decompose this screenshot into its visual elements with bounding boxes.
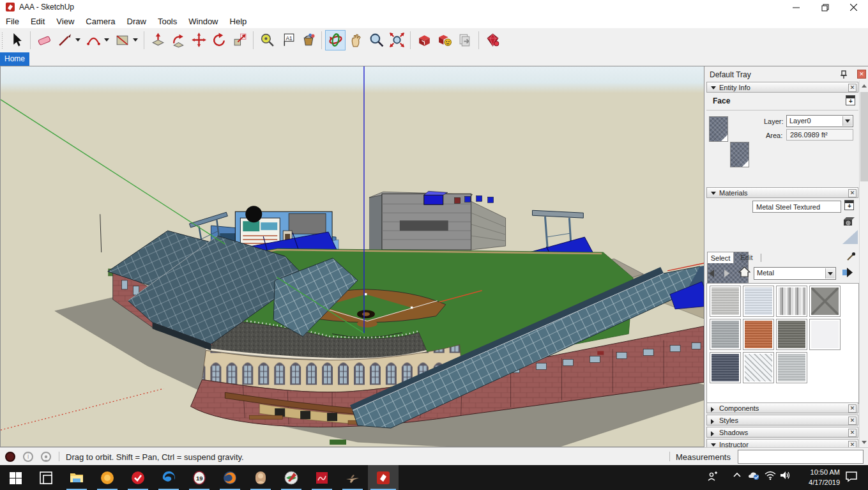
send-to-layout-button[interactable] bbox=[455, 30, 475, 50]
menu-help[interactable]: Help bbox=[224, 15, 253, 27]
tab-home[interactable]: Home bbox=[0, 52, 29, 66]
materials-header[interactable]: Materials ✕ bbox=[706, 187, 858, 198]
taskbar-app-orange[interactable] bbox=[92, 465, 123, 490]
tab-edit[interactable]: Edit bbox=[735, 252, 758, 263]
material-swatch[interactable] bbox=[743, 319, 774, 350]
extension-warehouse-button[interactable] bbox=[482, 30, 503, 50]
back-face-material-swatch[interactable] bbox=[730, 142, 749, 167]
material-swatch[interactable] bbox=[809, 319, 841, 350]
collection-dropdown[interactable]: Metal bbox=[754, 267, 836, 280]
entity-info-close-button[interactable]: ✕ bbox=[848, 84, 857, 92]
create-material-icon[interactable] bbox=[844, 200, 854, 210]
push-pull-tool-button[interactable] bbox=[148, 30, 168, 50]
scrollbar-thumb[interactable] bbox=[860, 92, 868, 181]
taskbar-sketchup[interactable] bbox=[368, 465, 399, 490]
menu-tools[interactable]: Tools bbox=[152, 15, 183, 27]
sample-paint-eyedropper-icon[interactable] bbox=[846, 251, 856, 262]
start-button[interactable] bbox=[0, 465, 31, 490]
onedrive-icon[interactable] bbox=[747, 470, 761, 480]
arc-tool-button[interactable] bbox=[83, 30, 103, 50]
menu-draw[interactable]: Draw bbox=[121, 15, 152, 27]
select-tool-button[interactable] bbox=[6, 30, 27, 50]
scroll-down-button[interactable] bbox=[860, 437, 868, 447]
collection-dropdown-arrow[interactable] bbox=[825, 268, 835, 279]
shadows-close-button[interactable]: ✕ bbox=[848, 429, 857, 437]
close-button[interactable] bbox=[839, 0, 868, 15]
toolbar-grip[interactable] bbox=[1, 32, 4, 49]
menu-window[interactable]: Window bbox=[183, 15, 224, 27]
components-close-button[interactable]: ✕ bbox=[848, 404, 857, 413]
shadows-header[interactable]: Shadows ✕ bbox=[706, 427, 858, 438]
3d-warehouse-button[interactable] bbox=[414, 30, 434, 50]
material-swatch[interactable] bbox=[710, 286, 741, 317]
line-tool-button[interactable] bbox=[54, 30, 75, 50]
volume-icon[interactable] bbox=[779, 470, 792, 480]
back-arrow-icon[interactable] bbox=[709, 270, 714, 277]
taskbar-app-airplane[interactable] bbox=[337, 465, 368, 490]
material-swatch[interactable] bbox=[809, 286, 841, 317]
pan-tool-button[interactable] bbox=[346, 30, 366, 50]
home-icon[interactable] bbox=[738, 266, 750, 278]
taskbar-app-checkmark[interactable] bbox=[123, 465, 153, 490]
line-dropdown-caret[interactable] bbox=[75, 38, 80, 42]
scale-tool-button[interactable] bbox=[229, 30, 250, 50]
taskbar-clock[interactable]: 10:50 AM 4/17/2019 bbox=[794, 467, 840, 487]
forward-arrow-icon[interactable] bbox=[724, 270, 729, 277]
layer-dropdown-arrow[interactable] bbox=[842, 116, 852, 126]
people-tray-icon[interactable] bbox=[706, 470, 719, 483]
rectangle-dropdown-caret[interactable] bbox=[133, 38, 138, 42]
follow-me-tool-button[interactable] bbox=[168, 30, 188, 50]
taskbar-firefox[interactable] bbox=[215, 465, 245, 490]
modeling-viewport[interactable] bbox=[0, 66, 704, 447]
restore-button[interactable] bbox=[811, 0, 839, 15]
components-header[interactable]: Components ✕ bbox=[706, 402, 858, 413]
tape-measure-tool-button[interactable] bbox=[257, 30, 277, 50]
orbit-tool-button[interactable] bbox=[325, 30, 346, 50]
wifi-icon[interactable] bbox=[764, 470, 777, 480]
paint-bucket-tool-button[interactable] bbox=[298, 30, 318, 50]
tab-select[interactable]: Select bbox=[707, 252, 734, 263]
taskbar-app-portrait[interactable] bbox=[245, 465, 276, 490]
measurements-input[interactable] bbox=[738, 450, 864, 464]
styles-header[interactable]: Styles ✕ bbox=[706, 415, 858, 425]
entity-info-header[interactable]: Entity Info ✕ bbox=[706, 82, 858, 93]
arc-dropdown-caret[interactable] bbox=[104, 38, 109, 42]
tray-chevron-icon[interactable] bbox=[732, 470, 742, 480]
material-name-field[interactable]: Metal Steel Textured bbox=[752, 201, 841, 213]
materials-close-button[interactable]: ✕ bbox=[848, 189, 857, 197]
details-arrow-icon[interactable] bbox=[842, 266, 855, 279]
layer-dropdown[interactable]: Layer0 bbox=[786, 115, 853, 127]
front-face-material-swatch[interactable] bbox=[709, 116, 728, 142]
tray-scrollbar[interactable] bbox=[859, 80, 868, 447]
material-swatch[interactable] bbox=[710, 319, 741, 350]
text-tool-button[interactable]: A1 bbox=[277, 30, 298, 50]
account-icon[interactable] bbox=[41, 452, 51, 462]
help-icon[interactable]: i bbox=[23, 452, 33, 462]
taskbar-file-explorer[interactable] bbox=[61, 465, 92, 490]
tray-close-button[interactable]: ✕ bbox=[857, 70, 866, 79]
menu-camera[interactable]: Camera bbox=[80, 15, 121, 27]
taskbar-app-globe-paint[interactable] bbox=[276, 465, 307, 490]
material-swatch[interactable] bbox=[776, 352, 807, 383]
share-model-button[interactable] bbox=[434, 30, 455, 50]
pin-icon[interactable] bbox=[840, 70, 848, 79]
move-tool-button[interactable] bbox=[188, 30, 209, 50]
styles-close-button[interactable]: ✕ bbox=[848, 417, 857, 425]
minimize-button[interactable] bbox=[782, 0, 811, 15]
taskbar-edge[interactable] bbox=[153, 465, 184, 490]
taskbar-app-red-square[interactable] bbox=[307, 465, 337, 490]
task-view-button[interactable] bbox=[31, 465, 61, 490]
action-center-icon[interactable] bbox=[844, 470, 858, 483]
material-swatch[interactable] bbox=[776, 319, 807, 350]
menu-file[interactable]: File bbox=[0, 15, 25, 27]
material-swatch[interactable] bbox=[710, 352, 741, 383]
zoom-extents-tool-button[interactable] bbox=[386, 30, 407, 50]
material-swatch[interactable] bbox=[743, 352, 774, 383]
menu-edit[interactable]: Edit bbox=[25, 15, 50, 27]
eraser-tool-button[interactable] bbox=[34, 30, 54, 50]
material-swatch[interactable] bbox=[743, 286, 774, 317]
material-swatch[interactable] bbox=[776, 286, 807, 317]
details-toggle-icon[interactable] bbox=[846, 95, 855, 105]
rotate-tool-button[interactable] bbox=[209, 30, 229, 50]
menu-view[interactable]: View bbox=[50, 15, 80, 27]
